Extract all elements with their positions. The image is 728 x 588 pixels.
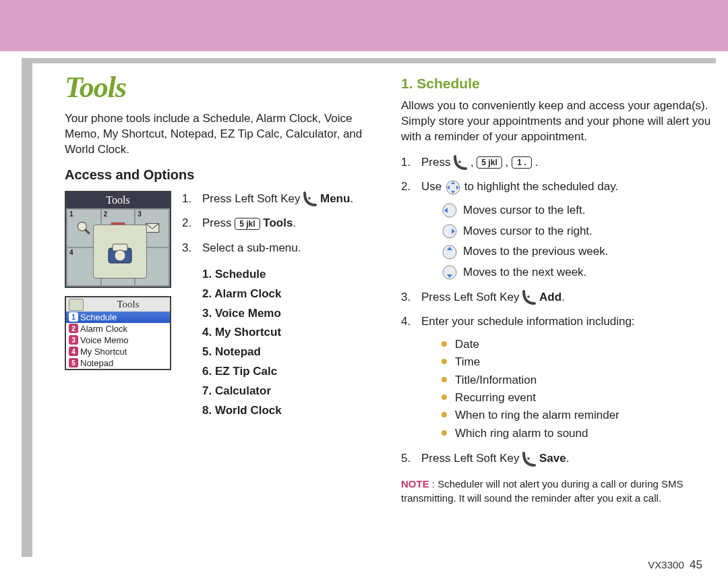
dpad-left-icon [442, 202, 458, 218]
phone-menu-item: 1Schedule [66, 312, 170, 323]
step-item: Press 5 jkl Tools. [182, 215, 353, 232]
step-item: Select a sub-menu. [182, 240, 353, 257]
svg-line-1 [85, 229, 90, 234]
submenu-item: 4. My Shortcut [202, 323, 353, 343]
step-item: Press , 5 jkl , 1 . . [401, 154, 719, 171]
submenu-item: 1. Schedule [202, 265, 353, 285]
left-soft-key-icon [454, 155, 467, 170]
dpad-up-icon [442, 244, 458, 260]
svg-point-24 [527, 457, 530, 460]
bullet-item: Which ring alarm to sound [442, 425, 719, 442]
phone-menu-item: 4My Shortcut [66, 346, 170, 357]
screenshot-tools-grid: Tools 1 2 3 4 5 [65, 191, 171, 288]
step-item: Press Left Soft Key Add. [401, 289, 719, 306]
left-soft-key-icon [522, 290, 536, 305]
phone-menu-item: 5Notepad [66, 357, 170, 369]
nav-text: Moves to the previous week. [463, 243, 608, 260]
nav-text: Moves cursor to the right. [463, 223, 593, 240]
page-title: Tools [65, 70, 382, 105]
bullet-item: When to ring the alarm reminder [442, 407, 719, 424]
key-5: 5 jkl [477, 156, 502, 169]
left-soft-key-icon [522, 452, 536, 467]
margin-bar-vertical [22, 58, 32, 557]
header-band [0, 0, 728, 51]
access-heading: Access and Options [65, 167, 382, 183]
phone-menu-item: 3Voice Memo [66, 334, 170, 346]
nav-text: Moves cursor to the left. [463, 202, 585, 219]
submenu-list: 1. Schedule2. Alarm Clock3. Voice Memo4.… [182, 265, 353, 421]
dpad-down-icon [442, 264, 458, 281]
access-steps: Press Left Soft Key Menu. Press 5 jkl To… [182, 191, 353, 421]
screenshot-title: Tools [66, 192, 170, 208]
submenu-item: 5. Notepad [202, 343, 353, 362]
note-label: NOTE [401, 478, 429, 490]
toolbox-small-icon [69, 299, 84, 311]
schedule-heading: 1. Schedule [401, 76, 719, 92]
submenu-item: 3. Voice Memo [202, 304, 353, 324]
step-item: Use to highlight the scheduled day. Move… [401, 179, 719, 281]
bullet-item: Recurring event [442, 389, 719, 407]
intro-text: Your phone tools include a Schedule, Ala… [65, 111, 382, 158]
svg-point-8 [308, 198, 311, 200]
page-content: Tools Your phone tools include a Schedul… [65, 70, 719, 506]
svg-point-23 [527, 295, 530, 298]
svg-point-9 [458, 161, 461, 164]
submenu-item: 8. World Clock [202, 401, 353, 421]
model-number: VX3300 [648, 559, 684, 570]
schedule-intro: Allows you to conveniently keep and acce… [401, 98, 719, 145]
margin-bar-horizontal [22, 58, 716, 63]
submenu-item: 2. Alarm Clock [202, 285, 353, 304]
step-item: Enter your schedule information includin… [401, 314, 719, 442]
dpad-right-icon [442, 223, 458, 239]
page-footer: VX3300 45 [648, 558, 702, 572]
magnifier-icon [75, 219, 92, 237]
screenshot-title: Tools [66, 297, 170, 312]
svg-point-7 [115, 250, 125, 261]
key-5: 5 jkl [235, 218, 260, 230]
step-item: Press Left Soft Key Save. [401, 450, 719, 467]
dpad-all-icon [445, 179, 461, 196]
note-block: NOTE : Scheduler will not alert you duri… [401, 477, 719, 506]
submenu-item: 6. EZ Tip Calc [202, 362, 353, 382]
page-number: 45 [690, 558, 702, 571]
bullet-item: Time [442, 353, 719, 371]
bullet-item: Title/Information [442, 372, 719, 389]
key-1: 1 . [512, 156, 532, 169]
step-item: Press Left Soft Key Menu. [182, 191, 353, 208]
right-column: 1. Schedule Allows you to conveniently k… [401, 70, 719, 506]
phone-menu-item: 2Alarm Clock [66, 323, 170, 334]
toolbox-icon [93, 225, 147, 278]
submenu-item: 7. Calculator [202, 382, 353, 401]
bullet-item: Date [442, 336, 719, 353]
screenshot-tools-list: Tools 1Schedule2Alarm Clock3Voice Memo4M… [65, 296, 171, 370]
nav-text: Moves to the next week. [463, 264, 586, 281]
phone-screenshots: Tools 1 2 3 4 5 [65, 191, 171, 370]
left-soft-key-icon [303, 192, 317, 206]
left-column: Tools Your phone tools include a Schedul… [65, 70, 382, 506]
